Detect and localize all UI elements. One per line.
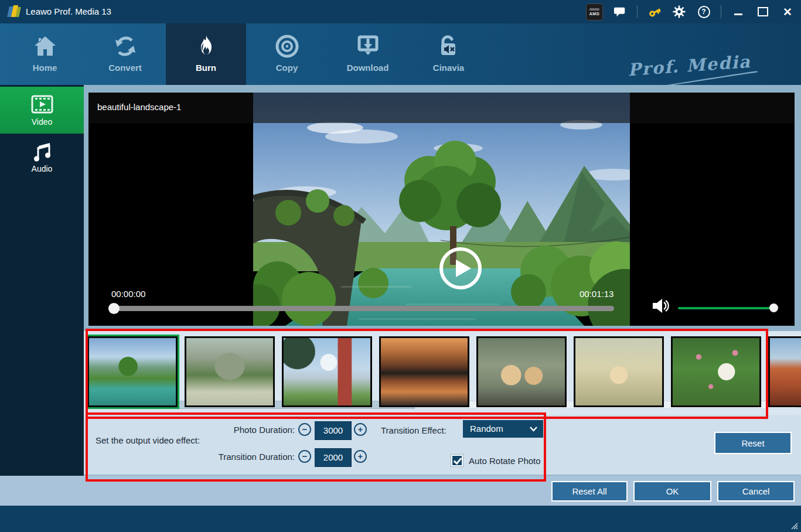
transition-effect-value: Random (470, 424, 503, 434)
seek-bar[interactable] (108, 306, 614, 311)
transition-duration-label: Transition Duration: (195, 452, 295, 462)
video-player: beautiful-landscape-1 00:00:00 00:01:13 (88, 93, 795, 326)
photo-duration-decrease-button[interactable]: − (298, 423, 311, 436)
settings-section-label: Set the output video effect: (96, 435, 200, 445)
thumbnail-two-puppies[interactable] (476, 336, 567, 407)
download-icon (354, 32, 382, 61)
maximize-button[interactable] (755, 4, 771, 19)
thumbnail-puppy-in-grass[interactable] (671, 336, 761, 407)
home-icon (31, 32, 59, 61)
cinavia-unlock-mute-icon (435, 32, 463, 61)
player-title-overlay: beautiful-landscape-1 (88, 93, 795, 123)
transition-duration-decrease-button[interactable]: − (298, 450, 311, 463)
main-nav: Home Convert Burn Copy Download (0, 23, 801, 85)
thumbnail-desert-monuments[interactable] (768, 336, 801, 407)
chevron-down-icon (530, 427, 537, 432)
auto-rotate-label: Auto Rotate Photo (469, 456, 541, 466)
tab-cinavia[interactable]: Cinavia (408, 23, 489, 85)
close-button[interactable]: ✕ (780, 4, 795, 19)
feedback-bubble-icon[interactable] (612, 4, 628, 19)
transition-duration-increase-button[interactable]: + (354, 450, 367, 463)
disc-icon (273, 32, 301, 61)
seek-knob[interactable] (108, 303, 120, 314)
photo-duration-increase-button[interactable]: + (354, 423, 367, 436)
window-title: Leawo Prof. Media 13 (26, 6, 111, 16)
audio-note-icon (32, 139, 53, 163)
sidebar-item-audio[interactable]: Audio (0, 134, 84, 180)
leawo-logo-icon (7, 5, 21, 19)
player-area: beautiful-landscape-1 00:00:00 00:01:13 (84, 85, 801, 331)
reset-button[interactable]: Reset (714, 432, 792, 454)
transition-duration-value[interactable]: 2000 (315, 448, 352, 467)
titlebar-separator (637, 5, 638, 18)
reset-all-button[interactable]: Reset All (551, 481, 628, 502)
settings-gear-icon[interactable] (672, 4, 687, 19)
sidebar: Video Audio (0, 85, 84, 476)
help-icon[interactable]: ? (696, 4, 711, 19)
thumbnail-orange-mountain-lake[interactable] (379, 336, 469, 407)
burn-flame-icon (192, 32, 220, 61)
ok-button[interactable]: OK (633, 481, 711, 502)
app-window: Leawo Prof. Media 13 AMD ? ✕ (0, 0, 801, 532)
current-time: 00:00:00 (111, 289, 145, 299)
convert-icon (111, 32, 139, 61)
transition-effect-dropdown[interactable]: Random (463, 420, 543, 438)
total-time: 00:01:13 (580, 289, 613, 299)
tab-copy[interactable]: Copy (247, 23, 327, 85)
bottom-button-strip: Reset All OK Cancel (0, 476, 801, 506)
thumbnail-pagoda-mount-fuji[interactable] (282, 336, 372, 407)
transition-effect-label: Transition Effect: (381, 425, 457, 435)
tab-burn[interactable]: Burn (166, 23, 246, 85)
amd-badge-icon: AMD (586, 4, 603, 21)
cancel-button[interactable]: Cancel (717, 481, 795, 502)
tab-download[interactable]: Download (328, 23, 408, 85)
volume-speaker-icon[interactable] (652, 298, 671, 316)
photo-duration-label: Photo Duration: (221, 425, 295, 435)
minimize-button[interactable] (731, 4, 746, 19)
playing-filename: beautiful-landscape-1 (97, 102, 181, 112)
play-button[interactable] (439, 247, 482, 290)
resize-grip[interactable] (789, 520, 798, 530)
volume-knob[interactable] (769, 303, 778, 312)
video-frame (253, 93, 630, 326)
thumbnail-landscape-bridge[interactable] (87, 336, 178, 407)
lower-panel: Set the output video effect: Photo Durat… (84, 331, 801, 476)
tab-convert[interactable]: Convert (85, 23, 165, 85)
titlebar: Leawo Prof. Media 13 AMD ? ✕ (0, 0, 801, 23)
sidebar-item-video[interactable]: Video (0, 87, 84, 134)
volume-slider[interactable] (678, 307, 773, 309)
register-key-icon[interactable] (647, 4, 662, 19)
status-footer (0, 506, 801, 532)
thumbnail-stone-bridge-creek[interactable] (185, 336, 275, 407)
titlebar-separator (721, 5, 721, 18)
auto-rotate-checkbox[interactable] (451, 455, 463, 466)
video-filmstrip-icon (30, 93, 54, 116)
tab-home[interactable]: Home (5, 23, 85, 85)
thumbnail-golden-puppy[interactable] (574, 336, 664, 407)
photo-duration-value[interactable]: 3000 (315, 421, 352, 440)
